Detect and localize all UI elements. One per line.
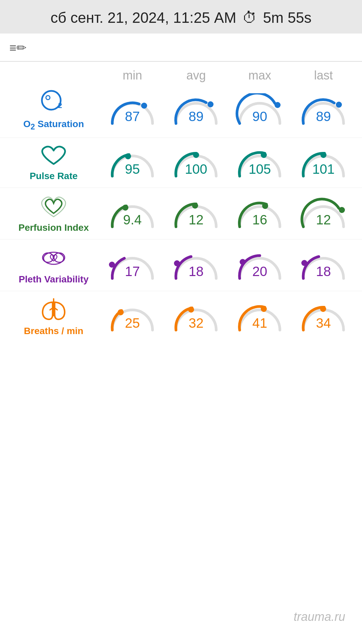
perf-max-cell: 16: [228, 197, 292, 230]
watermark: trauma.ru: [294, 610, 345, 624]
breath-min-value: 25: [125, 316, 140, 331]
pulse-avg-value: 100: [185, 162, 207, 177]
pleth-avg-cell: 18: [164, 248, 228, 282]
pleth-variability-icon: [39, 246, 69, 271]
o2-avg-value: 89: [189, 109, 204, 124]
pulse-label: Pulse Rate: [7, 144, 101, 181]
pleth-min-value: 17: [125, 264, 140, 279]
pleth-row: Pleth Variability 17 18 20: [0, 239, 362, 291]
pulse-rate-icon: [40, 144, 67, 167]
svg-point-1: [46, 96, 50, 100]
perfusion-index-icon: [40, 194, 67, 219]
perf-max-value: 16: [252, 212, 267, 227]
breath-avg-value: 32: [189, 316, 204, 331]
perf-last-value: 12: [316, 212, 331, 227]
pleth-min-cell: 17: [101, 248, 164, 282]
clock-icon: ⏱: [242, 9, 257, 26]
breath-last-value: 34: [316, 316, 331, 331]
o2-saturation-icon: 2: [39, 89, 69, 115]
perfusion-row: Perfusion Index 9.4 12 16: [0, 188, 362, 239]
column-headers: min avg max last: [0, 65, 362, 83]
pulse-min-cell: 95: [101, 146, 164, 179]
o2-name: O2 Saturation: [23, 119, 84, 131]
perf-last-cell: 12: [292, 197, 355, 230]
o2-avg-cell: 89: [164, 93, 228, 127]
o2-max-cell: 90: [228, 93, 292, 127]
breath-label: Breaths / min: [7, 297, 101, 336]
breaths-min-icon: [39, 297, 69, 322]
breath-name: Breaths / min: [24, 326, 83, 336]
perf-avg-value: 12: [189, 212, 204, 227]
header-duration: 5m 55s: [263, 9, 311, 26]
perf-min-cell: 9.4: [101, 197, 164, 230]
perfusion-label: Perfusion Index: [7, 194, 101, 233]
pulse-last-value: 101: [312, 162, 335, 177]
pleth-max-cell: 20: [228, 248, 292, 282]
col-max: max: [228, 68, 292, 83]
breath-row: Breaths / min 25 32 41: [0, 291, 362, 342]
pulse-row: Pulse Rate 95 100 105: [0, 138, 362, 188]
o2-max-value: 90: [252, 109, 267, 124]
breath-last-cell: 34: [292, 300, 355, 333]
pleth-max-value: 20: [252, 264, 267, 279]
breath-avg-cell: 32: [164, 300, 228, 333]
pulse-last-cell: 101: [292, 146, 355, 179]
pulse-max-value: 105: [249, 162, 271, 177]
perfusion-name: Perfusion Index: [18, 222, 89, 233]
breath-max-cell: 41: [228, 300, 292, 333]
toolbar: ≡✏: [0, 34, 362, 61]
svg-text:2: 2: [58, 101, 62, 110]
pleth-name: Pleth Variability: [19, 274, 89, 285]
pleth-last-cell: 18: [292, 248, 355, 282]
breath-max-value: 41: [252, 316, 267, 331]
col-min: min: [101, 68, 164, 83]
o2-row: 2 O2 Saturation 87 89: [0, 83, 362, 138]
o2-label: 2 O2 Saturation: [7, 89, 101, 131]
pulse-avg-cell: 100: [164, 146, 228, 179]
pleth-avg-value: 18: [189, 264, 204, 279]
pulse-min-value: 95: [125, 162, 140, 177]
pulse-name: Pulse Rate: [29, 171, 77, 181]
pleth-label: Pleth Variability: [7, 246, 101, 285]
header: сб сент. 21, 2024, 11:25 AM ⏱ 5m 55s: [0, 0, 362, 34]
perf-avg-cell: 12: [164, 197, 228, 230]
perf-min-value: 9.4: [123, 212, 142, 227]
pleth-last-value: 18: [316, 264, 331, 279]
o2-min-cell: 87: [101, 93, 164, 127]
o2-last-value: 89: [316, 109, 331, 124]
breath-min-cell: 25: [101, 300, 164, 333]
o2-min-value: 87: [125, 109, 140, 124]
pulse-max-cell: 105: [228, 146, 292, 179]
o2-last-cell: 89: [292, 93, 355, 127]
col-last: last: [292, 68, 355, 83]
header-date: сб сент. 21, 2024, 11:25 AM: [51, 9, 236, 26]
divider: [0, 61, 362, 62]
edit-list-icon[interactable]: ≡✏: [9, 41, 26, 55]
col-avg: avg: [164, 68, 228, 83]
